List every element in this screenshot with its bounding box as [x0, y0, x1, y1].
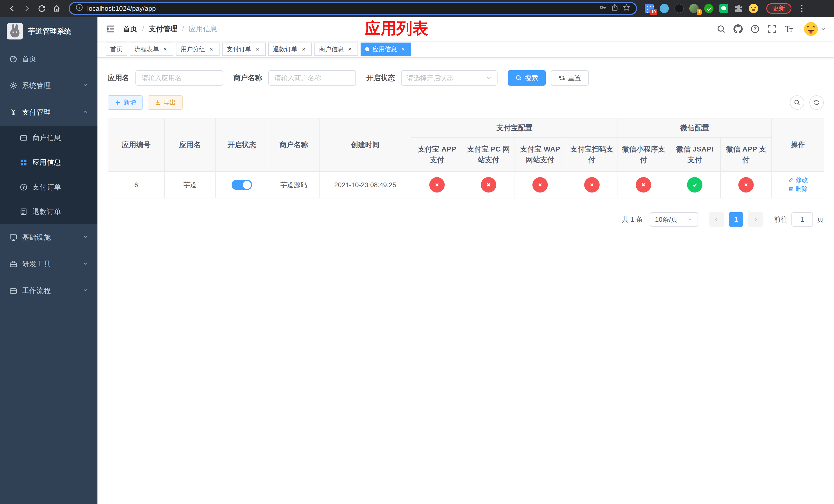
- fullscreen-icon[interactable]: [767, 24, 776, 33]
- group-header-wechat: 微信配置: [618, 118, 772, 138]
- app-name-input[interactable]: [135, 70, 223, 86]
- extension-dark-icon[interactable]: [675, 4, 684, 13]
- cell-status: [216, 171, 268, 198]
- breadcrumb: 首页 / 支付管理 / 应用信息: [123, 24, 218, 34]
- sidebar-item-merchant-info[interactable]: 商户信息: [0, 125, 97, 150]
- site-info-icon[interactable]: [75, 4, 83, 13]
- sidebar-item-dev-tools[interactable]: 研发工具: [0, 251, 97, 277]
- status-label: 开启状态: [366, 73, 395, 83]
- table-row: 6 芋道 芋道源码 2021-10-23 08:49:25: [108, 171, 824, 198]
- browser-chrome: localhost:1024/pay/app 10 1: [0, 0, 834, 17]
- share-icon[interactable]: [611, 4, 619, 13]
- font-size-icon[interactable]: [784, 24, 793, 33]
- status-select[interactable]: 请选择开启状态: [401, 70, 498, 86]
- user-menu[interactable]: [803, 21, 826, 37]
- tab-process-form[interactable]: 流程表单×: [130, 43, 173, 56]
- cell-merchant: 芋道源码: [268, 171, 319, 198]
- extensions-puzzle-icon[interactable]: [734, 4, 743, 13]
- close-icon[interactable]: ×: [346, 46, 353, 53]
- browser-menu-icon[interactable]: [797, 4, 806, 13]
- address-bar[interactable]: localhost:1024/pay/app: [69, 2, 637, 15]
- page-title-annotation: 应用列表: [365, 18, 428, 39]
- password-key-icon[interactable]: [599, 4, 607, 13]
- bookmark-star-icon[interactable]: [623, 4, 630, 13]
- reset-button[interactable]: 重置: [551, 70, 589, 86]
- sidebar-item-home[interactable]: 首页: [0, 46, 97, 72]
- tab-refund-order[interactable]: 退款订单×: [268, 43, 312, 56]
- goto-page-input[interactable]: [791, 212, 813, 227]
- chevron-right-icon: [753, 216, 758, 222]
- delete-link[interactable]: 删除: [788, 185, 808, 193]
- extension-drop-icon[interactable]: [660, 4, 669, 13]
- col-header-created: 创建时间: [319, 118, 411, 171]
- breadcrumb-home[interactable]: 首页: [123, 24, 137, 34]
- sidebar-item-label: 应用信息: [32, 158, 61, 167]
- browser-home-icon[interactable]: [50, 2, 64, 15]
- tab-user-group[interactable]: 用户分组×: [176, 43, 220, 56]
- edit-link[interactable]: 修改: [788, 176, 808, 184]
- browser-forward-icon[interactable]: [20, 2, 34, 15]
- prev-page-button[interactable]: [709, 212, 724, 227]
- close-icon[interactable]: ×: [208, 46, 215, 53]
- tab-home[interactable]: 首页: [106, 43, 127, 56]
- status-switch[interactable]: [232, 180, 252, 190]
- app-logo[interactable]: 芋道管理系统: [0, 17, 97, 46]
- help-icon[interactable]: [750, 24, 760, 33]
- tab-pay-order[interactable]: 支付订单×: [222, 43, 266, 56]
- alipay-pc-status-icon: [481, 177, 496, 192]
- page-number-current[interactable]: 1: [729, 212, 743, 227]
- sidebar-item-system[interactable]: 系统管理: [0, 72, 97, 99]
- sidebar-item-pay-order[interactable]: 支付订单: [0, 175, 97, 200]
- sidebar-item-infrastructure[interactable]: 基础设施: [0, 224, 97, 251]
- top-navbar: 首页 / 支付管理 / 应用信息 应用列表: [97, 17, 834, 41]
- search-button[interactable]: 搜索: [508, 70, 546, 86]
- sidebar-item-payment[interactable]: 支付管理: [0, 99, 97, 125]
- app-title: 芋道管理系统: [28, 26, 71, 36]
- extension-chat-icon[interactable]: [719, 4, 728, 13]
- browser-back-icon[interactable]: [5, 2, 19, 15]
- add-button[interactable]: 新增: [108, 95, 142, 110]
- tab-app-info[interactable]: 应用信息×: [360, 43, 411, 56]
- chevron-down-icon: [486, 75, 492, 81]
- plus-icon: [114, 99, 121, 106]
- sidebar-item-workflow[interactable]: 工作流程: [0, 277, 97, 304]
- refresh-table-button[interactable]: [809, 95, 824, 110]
- close-icon[interactable]: ×: [300, 46, 307, 53]
- search-icon[interactable]: [717, 24, 726, 33]
- merchant-name-input[interactable]: [268, 70, 356, 86]
- col-header-wx-app: 微信 APP 支付: [720, 138, 772, 171]
- github-icon[interactable]: [733, 24, 743, 33]
- main-area: 首页 / 支付管理 / 应用信息 应用列表: [97, 17, 834, 504]
- sidebar-item-refund-order[interactable]: 退款订单: [0, 200, 97, 224]
- extension-grid-icon[interactable]: 10: [645, 4, 654, 13]
- navbar-actions: [717, 21, 826, 37]
- close-icon[interactable]: ×: [399, 46, 407, 53]
- close-icon[interactable]: ×: [254, 46, 261, 53]
- extension-avatar-icon[interactable]: 1: [689, 4, 699, 13]
- col-header-status: 开启状态: [216, 118, 268, 171]
- extension-check-icon[interactable]: [704, 4, 714, 13]
- chevron-down-icon: [83, 260, 88, 268]
- breadcrumb-section[interactable]: 支付管理: [149, 24, 177, 34]
- order-icon: [20, 183, 28, 191]
- export-button[interactable]: 导出: [148, 95, 182, 110]
- group-header-alipay: 支付宝配置: [411, 118, 618, 138]
- col-header-app-name: 应用名: [164, 118, 216, 171]
- alipay-wap-status-icon: [532, 177, 548, 192]
- wx-jsapi-status-icon: [687, 177, 702, 192]
- browser-reload-icon[interactable]: [35, 2, 49, 15]
- sidebar-item-app-info[interactable]: 应用信息: [0, 150, 97, 175]
- next-page-button[interactable]: [748, 212, 763, 227]
- extension-memoji-icon[interactable]: [749, 4, 758, 13]
- browser-update-button[interactable]: 更新: [766, 3, 791, 14]
- pencil-icon: [788, 177, 794, 183]
- cell-app-name: 芋道: [164, 171, 216, 198]
- app-table: 应用编号 应用名 开启状态 商户名称 创建时间 支付宝配置 微信配置 操作 支付…: [108, 118, 824, 199]
- page-size-select[interactable]: 10条/页: [650, 212, 698, 227]
- toggle-search-button[interactable]: [790, 95, 804, 110]
- pagination: 共 1 条 10条/页 1 前往 页: [108, 212, 824, 227]
- close-icon[interactable]: ×: [161, 46, 169, 53]
- tab-merchant-info[interactable]: 商户信息×: [314, 43, 358, 56]
- sidebar-item-label: 退款订单: [32, 207, 61, 216]
- hamburger-icon[interactable]: [106, 24, 115, 34]
